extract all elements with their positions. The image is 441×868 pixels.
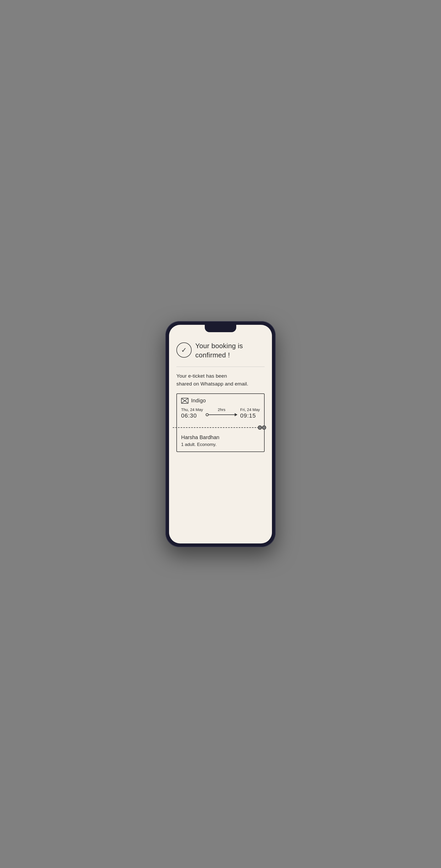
phone-frame: ✓ Your booking is confirmed ! Your e-tic… <box>165 321 276 547</box>
departure-info: Thu, 24 May 06:30 <box>181 407 203 419</box>
arrival-date: Fri, 24 May <box>240 407 260 412</box>
eticket-line1: Your e-ticket has been <box>176 373 227 379</box>
departure-date: Thu, 24 May <box>181 407 203 412</box>
airline-logo-icon <box>181 398 189 404</box>
ticket-bottom: Harsha Bardhan 1 adult. Economy. <box>177 431 264 452</box>
flight-times: Thu, 24 May 06:30 2hrs <box>181 407 260 419</box>
check-symbol: ✓ <box>181 347 187 353</box>
airline-row: Indigo <box>181 398 260 404</box>
notch-right <box>262 426 266 430</box>
airline-name: Indigo <box>191 398 206 404</box>
confirmation-line1: Your booking is <box>195 342 243 350</box>
confirmation-line2: confirmed ! <box>195 351 230 359</box>
passenger-details: 1 adult. Economy. <box>181 442 260 447</box>
ticket-tear-divider <box>177 426 264 430</box>
duration-line-icon <box>206 413 238 416</box>
duration-text: 2hrs <box>218 407 226 412</box>
departure-time: 06:30 <box>181 412 203 419</box>
passenger-name: Harsha Bardhan <box>181 434 260 440</box>
svg-marker-5 <box>235 413 238 416</box>
arrival-time: 09:15 <box>240 412 260 419</box>
ticket-card: Indigo Thu, 24 May 06:30 2hrs <box>176 394 265 452</box>
section-divider <box>176 367 265 367</box>
check-circle-icon: ✓ <box>176 342 192 358</box>
notch-left <box>258 426 262 430</box>
eticket-line2: shared on Whatsapp and email. <box>176 381 248 386</box>
confirmation-section: ✓ Your booking is confirmed ! <box>176 337 265 366</box>
ticket-top: Indigo Thu, 24 May 06:30 2hrs <box>177 394 264 425</box>
screen-content: ✓ Your booking is confirmed ! Your e-tic… <box>169 325 272 544</box>
confirmation-text: Your booking is confirmed ! <box>195 341 243 360</box>
arrival-info: Fri, 24 May 09:15 <box>240 407 260 419</box>
svg-point-3 <box>206 414 208 416</box>
duration-section: 2hrs <box>206 407 238 417</box>
eticket-message: Your e-ticket has been shared on Whatsap… <box>176 372 265 388</box>
phone-screen: ✓ Your booking is confirmed ! Your e-tic… <box>169 325 272 544</box>
